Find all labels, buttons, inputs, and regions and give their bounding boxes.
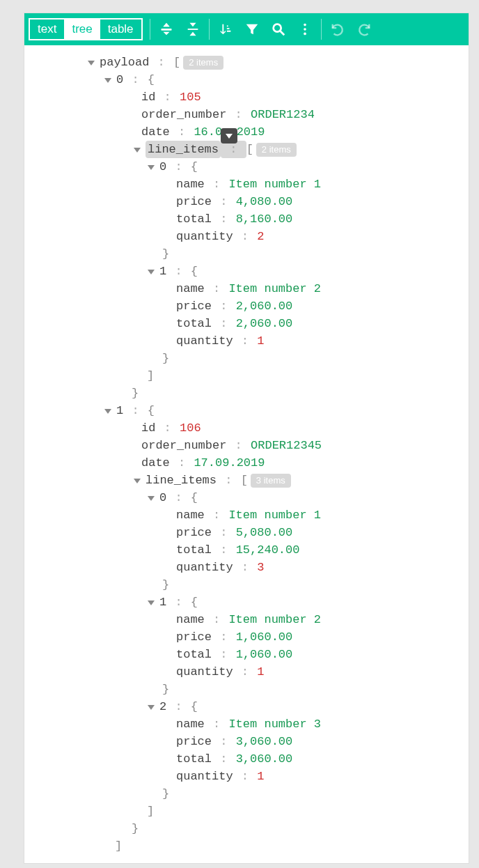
close-bracket: ]	[24, 837, 469, 855]
chevron-down-icon[interactable]	[146, 494, 157, 502]
tab-table[interactable]: table	[100, 20, 141, 39]
tree-leaf[interactable]: total : 15,240.00	[24, 541, 469, 559]
json-key: line_items	[146, 141, 221, 158]
search-icon	[271, 22, 286, 37]
tree-leaf[interactable]: total : 8,160.00	[24, 210, 469, 228]
tree-node[interactable]: 0 : {	[24, 71, 469, 88]
close-brace: }	[24, 350, 469, 367]
filter-icon	[244, 22, 260, 37]
chevron-down-icon[interactable]	[86, 59, 97, 67]
svg-point-0	[273, 24, 281, 32]
tree-leaf[interactable]: quantity : 1	[24, 332, 469, 350]
search-button[interactable]	[265, 16, 292, 42]
tree-leaf[interactable]: price : 4,080.00	[24, 193, 469, 210]
tree-node[interactable]: 1 : {	[24, 402, 469, 419]
tree-leaf[interactable]: quantity : 2	[24, 228, 469, 245]
tree-node-line-items[interactable]: line_items : [ 3 items	[24, 472, 469, 489]
tree-leaf[interactable]: total : 1,060.00	[24, 646, 469, 663]
tree-node[interactable]: 0 : {	[24, 158, 469, 176]
tree-leaf[interactable]: price : 3,060.00	[24, 733, 469, 750]
divider	[150, 19, 150, 40]
chevron-down-icon[interactable]	[132, 476, 143, 485]
tree-node[interactable]: 1 : {	[24, 594, 469, 611]
json-key: line_items	[146, 472, 217, 489]
tree-leaf[interactable]: id : 106	[24, 419, 469, 437]
tree-node-line-items[interactable]: line_items : [ 2 items	[24, 141, 469, 158]
close-brace: }	[24, 385, 469, 402]
expand-all-button[interactable]	[153, 16, 180, 42]
tree-leaf[interactable]: name : Item number 1	[24, 176, 469, 193]
tree-leaf[interactable]: order_number : ORDER12345	[24, 437, 469, 454]
svg-point-3	[304, 33, 306, 36]
tree-node-payload[interactable]: payload : [ 2 items	[24, 54, 469, 71]
chevron-down-icon[interactable]	[146, 598, 157, 607]
chevron-down-icon[interactable]	[102, 407, 113, 415]
redo-button[interactable]	[351, 16, 377, 42]
sort-button[interactable]	[212, 16, 239, 42]
tree-leaf[interactable]: price : 5,080.00	[24, 524, 469, 541]
expand-all-icon	[159, 22, 174, 37]
close-bracket: ]	[24, 367, 469, 385]
json-viewer-panel: text tree table	[24, 13, 469, 864]
tree-node[interactable]: 2 : {	[24, 698, 469, 715]
chevron-down-icon[interactable]	[146, 268, 157, 276]
dropdown-marker[interactable]	[221, 128, 237, 144]
chevron-down-icon[interactable]	[102, 76, 113, 84]
sort-icon	[218, 22, 233, 37]
item-count-badge: 3 items	[251, 474, 291, 488]
divider	[209, 19, 210, 40]
close-brace: }	[24, 245, 469, 263]
tree-leaf[interactable]: date : 16.09.2019	[24, 123, 469, 141]
close-brace: }	[24, 785, 469, 803]
tree-content: payload : [ 2 items 0 : { id : 105 order…	[24, 45, 469, 863]
more-button[interactable]	[292, 16, 318, 42]
tree-leaf[interactable]: id : 105	[24, 88, 469, 106]
filter-button[interactable]	[239, 16, 265, 42]
tree-leaf[interactable]: price : 1,060.00	[24, 628, 469, 646]
tree-leaf[interactable]: quantity : 1	[24, 768, 469, 785]
close-brace: }	[24, 576, 469, 594]
tree-leaf[interactable]: quantity : 3	[24, 559, 469, 576]
chevron-down-icon[interactable]	[146, 703, 157, 711]
tree-leaf[interactable]: total : 2,060.00	[24, 315, 469, 332]
tree-leaf[interactable]: name : Item number 2	[24, 611, 469, 628]
item-count-badge: 2 items	[183, 56, 223, 70]
tree-leaf[interactable]: order_number : ORDER1234	[24, 106, 469, 123]
tree-leaf[interactable]: name : Item number 1	[24, 506, 469, 524]
toolbar: text tree table	[24, 13, 469, 45]
tab-text[interactable]: text	[30, 20, 64, 39]
redo-icon	[356, 22, 372, 37]
chevron-down-icon[interactable]	[132, 146, 143, 154]
item-count-badge: 2 items	[256, 143, 297, 157]
svg-point-2	[304, 28, 306, 31]
close-brace: }	[24, 681, 469, 698]
json-index: 1	[116, 402, 123, 419]
tree-leaf[interactable]: price : 2,060.00	[24, 297, 469, 315]
tree-leaf[interactable]: name : Item number 2	[24, 280, 469, 297]
collapse-all-button[interactable]	[180, 16, 206, 42]
json-value: 105	[180, 88, 201, 106]
tree-leaf[interactable]: name : Item number 3	[24, 715, 469, 733]
collapse-all-icon	[185, 22, 201, 37]
close-brace: }	[24, 820, 469, 837]
undo-icon	[330, 22, 345, 37]
close-bracket: ]	[24, 803, 469, 820]
json-index: 0	[116, 71, 123, 88]
tab-tree[interactable]: tree	[64, 20, 100, 39]
tree-node[interactable]: 0 : {	[24, 489, 469, 506]
divider	[321, 19, 322, 40]
json-value: ORDER1234	[251, 106, 315, 123]
tree-leaf[interactable]: total : 3,060.00	[24, 750, 469, 768]
tree-leaf[interactable]: quantity : 1	[24, 663, 469, 681]
view-mode-segment: text tree table	[29, 18, 143, 40]
tree-leaf[interactable]: date : 17.09.2019	[24, 454, 469, 472]
tree-node[interactable]: 1 : {	[24, 263, 469, 280]
svg-point-1	[304, 24, 306, 26]
json-key: payload	[100, 54, 149, 71]
chevron-down-icon[interactable]	[146, 163, 157, 171]
more-vertical-icon	[297, 22, 313, 37]
undo-button[interactable]	[324, 16, 351, 42]
